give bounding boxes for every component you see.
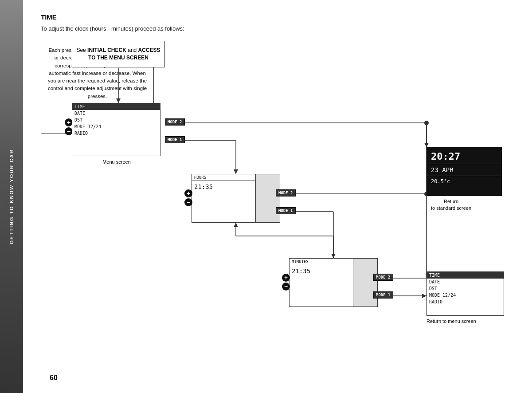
- menu-item-radio: RADIO: [72, 130, 160, 137]
- hours-time-value: 21:35: [194, 183, 213, 190]
- menu-item-dst: DST: [72, 117, 160, 123]
- return-menu-item-time: TIME: [427, 272, 504, 279]
- menu-item-date: DATE: [72, 110, 160, 117]
- minutes-screen-box: MINUTES 21:35: [289, 258, 378, 307]
- minutes-time-value: 21:35: [292, 267, 310, 275]
- svg-marker-8: [234, 169, 238, 174]
- hours-minus-button[interactable]: −: [184, 198, 192, 206]
- intro-text: To adjust the clock (hours - minutes) pr…: [41, 25, 514, 32]
- page-number: 60: [50, 374, 58, 382]
- svg-point-3: [424, 121, 429, 125]
- sidebar: GETTING TO KNOW YOUR CAR: [0, 0, 23, 393]
- minutes-mode2-button[interactable]: MODE 2: [373, 274, 393, 281]
- minutes-mode1-button[interactable]: MODE 1: [373, 291, 393, 299]
- return-menu-label: Return to menu screen: [426, 318, 476, 325]
- return-menu-item-dst: DST: [427, 285, 504, 292]
- main-content: TIME To adjust the clock (hours - minute…: [23, 0, 532, 393]
- sidebar-label: GETTING TO KNOW YOUR CAR: [9, 149, 14, 244]
- hours-screen-box: HOURS 21:35: [192, 174, 280, 223]
- page-title: TIME: [41, 13, 514, 21]
- return-menu-item-radio: RADIO: [427, 299, 504, 305]
- svg-marker-5: [424, 143, 429, 147]
- menu-item-mode: MODE 12/24: [72, 123, 160, 130]
- standard-screen-box: 20:27 23 APR 20.5°c: [426, 147, 502, 196]
- minutes-right-panel: [353, 259, 377, 307]
- menu-item-time: TIME: [72, 103, 160, 110]
- menu-screen-box: TIME DATE DST MODE 12/24 RADIO Menu scre…: [72, 103, 160, 156]
- standard-date-value: 23 APR: [426, 164, 502, 176]
- hours-mode1-button[interactable]: MODE 1: [276, 207, 296, 214]
- svg-marker-22: [234, 223, 238, 227]
- return-menu-item-mode: MODE 12/24: [427, 292, 504, 299]
- return-menu-item-date: DATE: [427, 279, 504, 285]
- return-menu-screen-box: TIME DATE DST MODE 12/24 RADIO: [426, 271, 504, 316]
- standard-time-value: 20:27: [426, 147, 502, 164]
- hours-right-panel: [255, 174, 280, 222]
- minutes-minus-button[interactable]: −: [282, 283, 290, 291]
- return-standard-label: Returnto standard screen: [431, 198, 471, 212]
- hours-plus-minus: + −: [184, 189, 192, 206]
- menu-screen-label: Menu screen: [72, 159, 161, 165]
- minutes-plus-button[interactable]: +: [282, 274, 290, 282]
- initial-check-text: See INITIAL CHECK and ACCESS TO THE MENU…: [76, 47, 161, 62]
- standard-temp-value: 20.5°c: [426, 176, 502, 187]
- hours-plus-button[interactable]: +: [184, 189, 192, 197]
- svg-marker-18: [422, 294, 426, 298]
- diagram: See INITIAL CHECK and ACCESS TO THE MENU…: [41, 41, 511, 373]
- menu-mode1-button[interactable]: MODE 1: [165, 136, 185, 143]
- menu-mode2-button[interactable]: MODE 2: [165, 118, 185, 126]
- minutes-plus-minus: + −: [282, 274, 290, 291]
- hours-mode2-button[interactable]: MODE 2: [276, 189, 296, 196]
- initial-check-box: See INITIAL CHECK and ACCESS TO THE MENU…: [72, 41, 165, 67]
- svg-marker-14: [331, 254, 336, 258]
